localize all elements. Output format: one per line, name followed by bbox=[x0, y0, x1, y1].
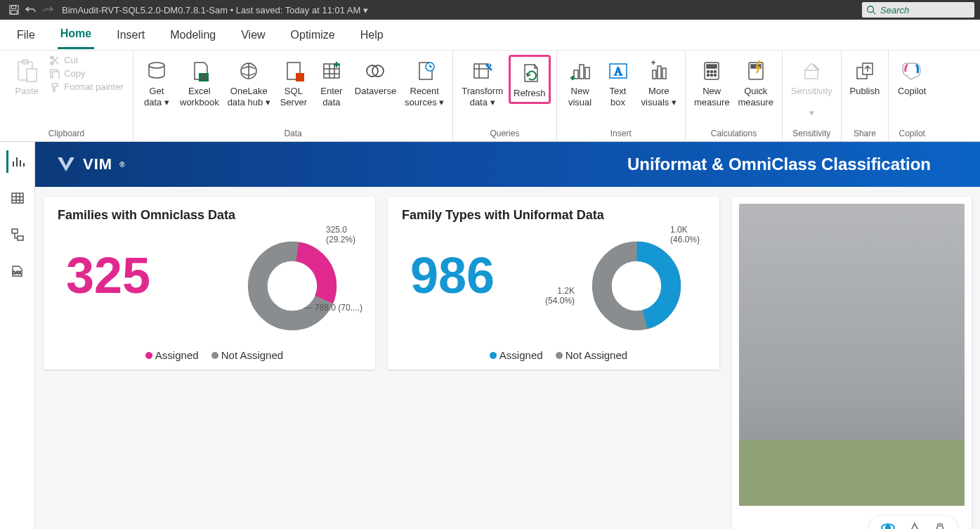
clipboard-group-label: Clipboard bbox=[48, 127, 84, 140]
svg-rect-28 bbox=[658, 66, 661, 79]
svg-point-37 bbox=[714, 74, 717, 77]
svg-rect-21 bbox=[474, 64, 488, 78]
donut-assigned-label: 325.0(29.2%) bbox=[326, 225, 355, 244]
paste-button[interactable]: Paste bbox=[9, 55, 44, 100]
report-canvas: VIM® Uniformat & OmniClass Classificatio… bbox=[35, 142, 980, 529]
tab-view[interactable]: View bbox=[238, 22, 268, 48]
get-data-button[interactable]: Getdata ▾ bbox=[139, 55, 174, 110]
svg-point-32 bbox=[707, 71, 710, 73]
new-measure-button[interactable]: Newmeasure bbox=[691, 55, 733, 110]
chart-legend: Assigned Not Assigned bbox=[388, 349, 719, 361]
svg-rect-24 bbox=[585, 67, 589, 79]
undo-icon[interactable] bbox=[22, 1, 39, 18]
viewer-canvas[interactable] bbox=[739, 204, 965, 506]
vim-logo: VIM® bbox=[56, 155, 126, 174]
menu-bar: File Home Insert Modeling View Optimize … bbox=[0, 20, 980, 51]
svg-point-36 bbox=[711, 74, 713, 77]
quick-measure-button[interactable]: Quickmeasure bbox=[735, 55, 776, 110]
donut-unassigned-label: 1.2K(54.0%) bbox=[545, 286, 575, 306]
tab-insert[interactable]: Insert bbox=[114, 22, 148, 48]
copilot-button[interactable]: Copilot bbox=[894, 55, 929, 100]
excel-workbook-button[interactable]: XExcelworkbook bbox=[177, 55, 222, 110]
more-visuals-button[interactable]: Morevisuals ▾ bbox=[639, 55, 679, 110]
sql-server-button[interactable]: SQLServer bbox=[276, 55, 311, 110]
svg-point-3 bbox=[868, 6, 874, 13]
format-painter-button[interactable]: Format painter bbox=[50, 81, 124, 92]
queries-group-label: Queries bbox=[490, 127, 519, 140]
svg-text:A: A bbox=[614, 65, 622, 77]
donut-unassigned-label: — 788.0 (70....) bbox=[304, 303, 362, 313]
search-input[interactable]: Search bbox=[862, 2, 974, 18]
table-view-icon[interactable] bbox=[6, 187, 29, 209]
svg-rect-29 bbox=[662, 68, 666, 79]
svg-rect-23 bbox=[580, 65, 584, 79]
svg-text:X: X bbox=[202, 74, 206, 81]
new-visual-button[interactable]: Newvisual bbox=[563, 55, 598, 110]
svg-text:DAX: DAX bbox=[12, 270, 20, 275]
report-title: Uniformat & OmniClass Classification bbox=[627, 155, 931, 174]
svg-rect-27 bbox=[653, 70, 656, 79]
calculations-group-label: Calculations bbox=[711, 127, 757, 140]
report-view-icon[interactable] bbox=[6, 150, 29, 173]
svg-rect-16 bbox=[296, 73, 304, 81]
recent-sources-button[interactable]: Recentsources ▾ bbox=[402, 55, 447, 110]
document-title: BimAudit-RVT-SQL5.2.0-DM0.7.8.1-Sam • La… bbox=[62, 5, 368, 15]
report-header: VIM® Uniformat & OmniClass Classificatio… bbox=[35, 142, 980, 187]
tab-optimize[interactable]: Optimize bbox=[288, 22, 338, 48]
sensitivity-group-label: Sensitivity bbox=[792, 127, 830, 140]
uniformat-kpi-card[interactable]: Family Types with Uniformat Data 986 1.0… bbox=[388, 197, 719, 370]
svg-rect-40 bbox=[805, 70, 818, 79]
svg-rect-1 bbox=[12, 6, 16, 8]
tab-help[interactable]: Help bbox=[358, 22, 386, 48]
save-icon[interactable] bbox=[6, 1, 22, 18]
share-group-label: Share bbox=[854, 127, 876, 140]
onelake-button[interactable]: OneLakedata hub ▾ bbox=[225, 55, 273, 110]
tab-home[interactable]: Home bbox=[58, 20, 94, 49]
transform-data-button[interactable]: Transformdata ▾ bbox=[459, 55, 506, 110]
dax-view-icon[interactable]: DAX bbox=[6, 260, 29, 282]
redo-icon[interactable] bbox=[39, 1, 56, 18]
cut-button[interactable]: Cut bbox=[50, 55, 124, 65]
title-bar: BimAudit-RVT-SQL5.2.0-DM0.7.8.1-Sam • La… bbox=[0, 0, 980, 20]
orbit-icon[interactable] bbox=[880, 522, 896, 530]
model-viewer[interactable] bbox=[732, 197, 972, 529]
svg-point-11 bbox=[149, 63, 164, 68]
svg-point-52 bbox=[602, 252, 671, 320]
dataverse-button[interactable]: Dataverse bbox=[352, 55, 399, 100]
svg-point-33 bbox=[711, 71, 713, 73]
donut-assigned-label: 1.0K(46.0%) bbox=[670, 225, 700, 244]
svg-rect-10 bbox=[53, 72, 59, 79]
look-icon[interactable] bbox=[908, 522, 921, 530]
svg-rect-2 bbox=[11, 11, 18, 14]
tab-modeling[interactable]: Modeling bbox=[167, 22, 218, 48]
copilot-group-label: Copilot bbox=[899, 127, 925, 140]
view-rail: DAX bbox=[0, 142, 35, 529]
sensitivity-button[interactable]: Sensitivity▾ bbox=[788, 55, 835, 122]
tab-file[interactable]: File bbox=[14, 22, 38, 48]
ribbon: Paste Cut Copy Format painter Clipboard … bbox=[0, 51, 980, 142]
svg-point-54 bbox=[886, 525, 890, 530]
omniclass-count: 325 bbox=[44, 250, 150, 301]
omniclass-kpi-card[interactable]: Families with Omniclass Data 325 325.0(2… bbox=[44, 197, 375, 370]
refresh-button[interactable]: Refresh bbox=[509, 55, 551, 104]
omniclass-donut-chart bbox=[222, 240, 362, 334]
insert-group-label: Insert bbox=[610, 127, 632, 140]
svg-rect-45 bbox=[18, 236, 23, 240]
enter-data-button[interactable]: Enterdata bbox=[314, 55, 349, 110]
viewer-controls bbox=[869, 516, 958, 529]
copy-button[interactable]: Copy bbox=[50, 68, 124, 79]
uniformat-donut-chart bbox=[566, 240, 707, 334]
chart-legend: Assigned Not Assigned bbox=[44, 349, 375, 361]
svg-rect-6 bbox=[27, 69, 37, 81]
uniformat-count: 986 bbox=[388, 250, 495, 301]
text-box-button[interactable]: ATextbox bbox=[601, 55, 636, 110]
svg-rect-43 bbox=[12, 193, 23, 203]
data-group-label: Data bbox=[284, 127, 301, 140]
svg-point-35 bbox=[707, 74, 710, 77]
svg-rect-31 bbox=[707, 65, 717, 68]
svg-point-34 bbox=[714, 71, 717, 73]
publish-button[interactable]: Publish bbox=[847, 55, 883, 100]
svg-rect-44 bbox=[12, 229, 18, 233]
pan-icon[interactable] bbox=[934, 521, 946, 530]
model-view-icon[interactable] bbox=[6, 223, 29, 246]
